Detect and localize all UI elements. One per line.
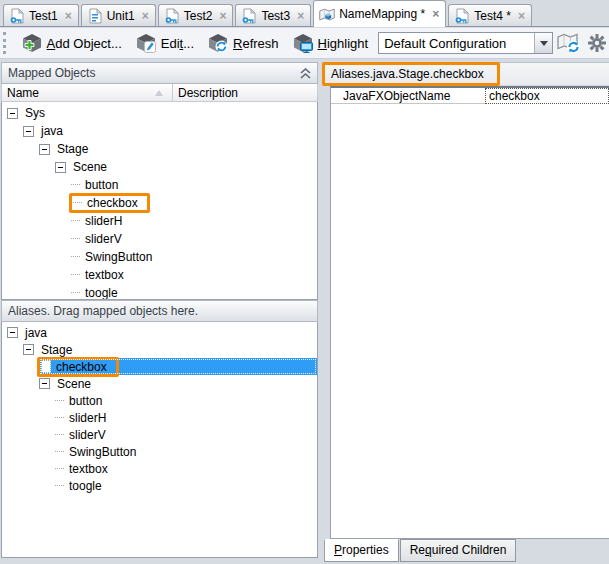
close-tab-icon[interactable]: × bbox=[297, 9, 304, 23]
tree-item-label: button bbox=[83, 178, 120, 192]
edit-button[interactable]: Edit... bbox=[129, 31, 201, 55]
configuration-select[interactable]: Default Configuration bbox=[378, 32, 553, 54]
tree-item-label: checkbox bbox=[54, 360, 109, 374]
close-tab-icon[interactable]: × bbox=[142, 9, 149, 23]
sort-ascending-icon bbox=[155, 90, 163, 96]
tree-item-checkbox[interactable]: checkbox bbox=[71, 194, 317, 212]
tab-properties[interactable]: Properties bbox=[324, 539, 399, 562]
tree-item-label: Scene bbox=[71, 160, 109, 174]
tree-item-label: toogle bbox=[67, 479, 104, 493]
collapse-toggle-icon[interactable] bbox=[23, 344, 34, 355]
tab-test3[interactable]: Test3× bbox=[235, 4, 311, 26]
column-header-name[interactable]: Name bbox=[2, 84, 173, 101]
script-icon bbox=[87, 8, 103, 24]
tab-test1[interactable]: Test1× bbox=[3, 4, 79, 26]
aliases-tree: javaStagecheckboxScenebuttonsliderHslide… bbox=[1, 322, 318, 558]
tree-item-toogle[interactable]: toogle bbox=[71, 284, 317, 300]
tab-label: Test4 * bbox=[474, 9, 511, 23]
tree-item-sliderv[interactable]: sliderV bbox=[55, 426, 317, 443]
tree-item-label: Stage bbox=[55, 142, 90, 156]
tree-item-button[interactable]: button bbox=[71, 176, 317, 194]
tree-item-label: sliderH bbox=[83, 214, 124, 228]
tab-test2[interactable]: Test2× bbox=[158, 4, 234, 26]
tree-connector bbox=[41, 360, 51, 373]
annotation-orange-box: Aliases.java.Stage.checkbox bbox=[322, 62, 500, 86]
tree-item-label: sliderV bbox=[67, 428, 108, 442]
keyword-test-icon bbox=[9, 8, 25, 24]
tree-item-label: Scene bbox=[55, 377, 93, 391]
collapse-toggle-icon[interactable] bbox=[39, 144, 50, 155]
tree-item-scene[interactable]: Scene bbox=[39, 375, 317, 392]
tree-item-swingbutton[interactable]: SwingButton bbox=[71, 248, 317, 266]
tree-item-textbox[interactable]: textbox bbox=[71, 266, 317, 284]
annotation-orange-box: checkbox bbox=[37, 357, 119, 377]
column-header-description[interactable]: Description bbox=[173, 84, 317, 101]
tree-connector bbox=[71, 238, 80, 240]
column-description-label: Description bbox=[178, 86, 238, 100]
tab-required-children[interactable]: Required Children bbox=[400, 539, 517, 562]
collapse-toggle-icon[interactable] bbox=[23, 126, 34, 137]
settings-gear-icon[interactable] bbox=[585, 31, 609, 55]
tree-connector bbox=[55, 417, 64, 419]
tree-item-swingbutton[interactable]: SwingButton bbox=[55, 443, 317, 460]
tab-label: Test1 bbox=[29, 9, 58, 23]
refresh-button[interactable]: Refresh bbox=[201, 31, 286, 55]
toolbar-grip-handle[interactable] bbox=[3, 32, 8, 54]
tree-connector bbox=[55, 451, 64, 453]
property-name-cell: JavaFXObjectName bbox=[331, 88, 485, 104]
mapped-objects-title: Mapped Objects bbox=[8, 66, 95, 80]
collapse-toggle-icon[interactable] bbox=[7, 327, 18, 338]
add-object-button[interactable]: Add Object... bbox=[15, 31, 129, 55]
inspector-properties-grid: JavaFXObjectNamecheckbox bbox=[330, 86, 609, 539]
collapse-toggle-icon[interactable] bbox=[55, 162, 66, 173]
tree-item-label: sliderV bbox=[83, 232, 124, 246]
tree-item-java[interactable]: java bbox=[23, 122, 317, 140]
tree-item-stage[interactable]: Stage bbox=[23, 341, 317, 358]
tab-namemapping[interactable]: NameMapping *× bbox=[313, 0, 446, 27]
tab-unit1[interactable]: Unit1× bbox=[81, 4, 156, 26]
tree-item-label: textbox bbox=[67, 462, 110, 476]
tree-item-textbox[interactable]: textbox bbox=[55, 460, 317, 477]
close-tab-icon[interactable]: × bbox=[432, 7, 439, 21]
tree-item-sliderv[interactable]: sliderV bbox=[71, 230, 317, 248]
property-value-cell[interactable]: checkbox bbox=[485, 88, 609, 104]
inspector-path-band: Aliases.java.Stage.checkbox bbox=[322, 62, 609, 86]
property-row: JavaFXObjectNamecheckbox bbox=[331, 88, 609, 104]
tree-item-java[interactable]: java bbox=[7, 324, 317, 341]
tree-item-sliderh[interactable]: sliderH bbox=[55, 409, 317, 426]
configuration-select-value: Default Configuration bbox=[379, 36, 534, 51]
tree-connector bbox=[55, 400, 64, 402]
editor-tabs: Test1×Unit1×Test2×Test3×NameMapping *×Te… bbox=[0, 0, 609, 27]
chevron-down-icon[interactable] bbox=[534, 33, 552, 53]
tree-item-scene[interactable]: Scene bbox=[55, 158, 317, 176]
tab-label: Unit1 bbox=[107, 9, 135, 23]
close-tab-icon[interactable]: × bbox=[65, 9, 72, 23]
collapse-toggle-icon[interactable] bbox=[39, 378, 50, 389]
collapse-panel-icon[interactable] bbox=[300, 68, 311, 79]
toolbar-button-label: Add Object... bbox=[47, 36, 122, 51]
tree-item-toogle[interactable]: toogle bbox=[55, 477, 317, 494]
column-name-label: Name bbox=[7, 86, 39, 100]
add-object-icon bbox=[22, 33, 42, 53]
collapse-toggle-icon[interactable] bbox=[7, 108, 18, 119]
tab-test4[interactable]: Test4 *× bbox=[448, 4, 532, 26]
tree-item-label: SwingButton bbox=[67, 445, 138, 459]
mapped-objects-panel: Mapped Objects Name Description SysjavaS… bbox=[1, 60, 318, 558]
edit-object-icon bbox=[136, 33, 156, 53]
namemapping-icon bbox=[319, 6, 335, 22]
tree-connector bbox=[55, 468, 64, 470]
tree-item-checkbox[interactable]: checkbox bbox=[39, 358, 317, 375]
tree-item-sliderh[interactable]: sliderH bbox=[71, 212, 317, 230]
tree-item-stage[interactable]: Stage bbox=[39, 140, 317, 158]
tree-item-sys[interactable]: Sys bbox=[7, 104, 317, 122]
mapped-objects-column-headers: Name Description bbox=[1, 84, 318, 102]
update-namemapping-icon[interactable] bbox=[557, 31, 581, 55]
close-tab-icon[interactable]: × bbox=[219, 9, 226, 23]
tree-item-label: java bbox=[39, 124, 65, 138]
highlight-button[interactable]: Highlight bbox=[286, 31, 376, 55]
tab-label: Test2 bbox=[184, 9, 213, 23]
toolbar-button-label: Edit... bbox=[161, 36, 194, 51]
close-tab-icon[interactable]: × bbox=[518, 9, 525, 23]
tree-item-button[interactable]: button bbox=[55, 392, 317, 409]
annotation-orange-box: checkbox bbox=[69, 193, 150, 213]
